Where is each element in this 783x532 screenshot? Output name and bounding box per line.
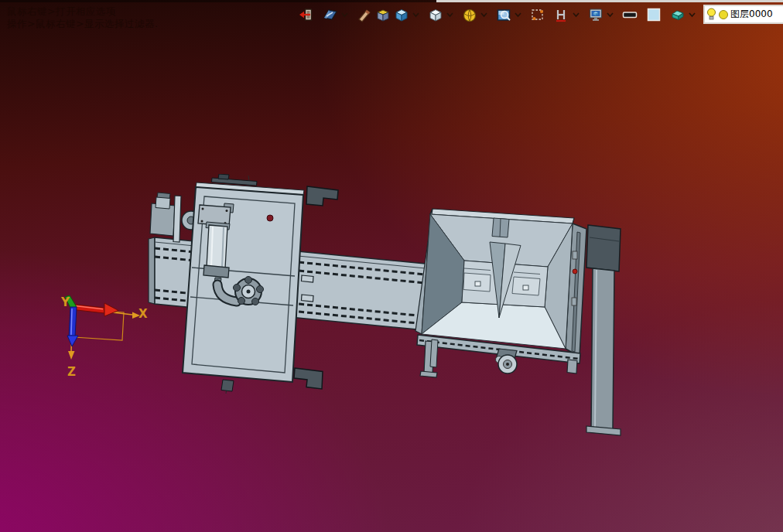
wireframe-cube-icon (428, 7, 443, 22)
dropdown-arrow[interactable] (340, 6, 349, 23)
render-sphere-button[interactable] (461, 6, 478, 23)
measure-button[interactable] (553, 6, 570, 23)
caster-wheel[interactable] (496, 349, 518, 373)
triad-plane-outline (74, 309, 124, 340)
dropdown-arrow[interactable] (688, 6, 696, 23)
rotate-view-button[interactable] (529, 6, 546, 23)
x-axis-label: X (138, 307, 148, 321)
window-top-edge-light (436, 0, 783, 2)
shaded-cube-button[interactable] (393, 6, 410, 23)
hint-line-1: 鼠标右键>打开相应选项 (7, 5, 158, 18)
display-settings-button[interactable] (587, 6, 604, 23)
layer-tool-button[interactable] (669, 6, 686, 23)
y-axis-label: Y (60, 295, 70, 309)
solid-box-button[interactable] (374, 6, 392, 23)
sketch-plane-button[interactable] (322, 6, 339, 23)
color-swatch-button[interactable] (645, 6, 662, 23)
hopper[interactable] (415, 209, 586, 356)
beam-clip[interactable] (302, 275, 314, 282)
dropdown-arrow[interactable] (514, 6, 522, 23)
layer-combo-value: 图层0000 (730, 8, 773, 21)
color-swatch-icon (646, 7, 662, 22)
eraser-icon (357, 7, 372, 22)
dropdown-arrow[interactable] (606, 6, 614, 23)
layer-color-icon (718, 9, 729, 20)
machine-model[interactable] (147, 174, 627, 437)
zoom-window-icon (496, 7, 511, 22)
zoom-window-button[interactable] (495, 6, 512, 23)
dropdown-arrow[interactable] (412, 6, 420, 23)
x-axis-arrow[interactable] (74, 303, 118, 316)
measure-icon (554, 7, 569, 22)
wireframe-cube-button[interactable] (427, 6, 444, 23)
line-width-button[interactable] (621, 6, 638, 23)
red-indicator (573, 269, 577, 274)
layer-combobox[interactable]: 图层0000 (703, 5, 783, 24)
dropdown-arrow[interactable] (446, 6, 454, 23)
beam-clip[interactable] (302, 295, 314, 302)
view-toolbar: 图层0000 (298, 5, 783, 24)
shaded-cube-icon (394, 7, 409, 22)
z-axis-label: Z (67, 365, 76, 379)
exit-icon (299, 7, 314, 22)
hint-line-2: 操作>鼠标右键>显示选择过滤器. (7, 18, 158, 30)
display-monitor-icon (588, 7, 603, 22)
render-sphere-icon (462, 7, 477, 22)
support-column[interactable] (586, 225, 621, 435)
panel-red-dot (267, 215, 273, 221)
sketch-plane-icon (323, 7, 338, 22)
eraser-button[interactable] (356, 6, 373, 23)
origin-triad[interactable]: X Y Z (58, 292, 160, 384)
z-axis-arrow[interactable] (67, 307, 78, 346)
status-hint: 鼠标右键>打开相应选项 操作>鼠标右键>显示选择过滤器. (7, 5, 158, 30)
dropdown-arrow[interactable] (480, 6, 488, 23)
exit-button[interactable] (298, 6, 315, 23)
dropdown-arrow[interactable] (572, 6, 580, 23)
rotate-view-icon (530, 7, 545, 22)
line-width-icon (622, 7, 638, 22)
cad-viewport[interactable]: 鼠标右键>打开相应选项 操作>鼠标右键>显示选择过滤器. (0, 0, 783, 532)
window-top-edge-dark (0, 0, 436, 2)
solid-box-icon (375, 7, 391, 22)
layer-eraser-icon (670, 7, 686, 22)
bulb-icon (706, 8, 716, 21)
